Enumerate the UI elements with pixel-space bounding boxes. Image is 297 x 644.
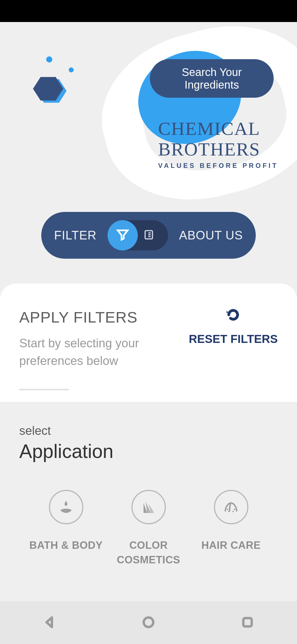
list-document-icon [143,229,154,241]
brand-block: CHEMICAL BROTHERS VALUES BEFORE PROFIT [158,118,278,170]
search-ingredients-button[interactable]: Search Your Ingredients [150,59,274,98]
reset-icon [227,318,240,322]
svg-point-9 [232,511,234,512]
system-nav-bar [0,601,297,644]
brand-name-line2: BROTHERS [158,139,278,160]
filter-funnel-icon [116,228,129,242]
application-grid: BATH & BODY COLOR COSMETICS HAIR CARE [19,490,278,567]
application-option-label: BATH & BODY [25,538,107,553]
apply-filters-title: APPLY FILTERS [19,308,162,326]
logo-dot-icon [69,67,74,72]
application-option-bath-body[interactable]: BATH & BODY [25,490,107,567]
palette-icon [131,490,166,524]
brand-name-line1: CHEMICAL [158,118,278,139]
apply-filters-card: APPLY FILTERS Start by selecting your pr… [0,283,297,402]
application-option-color-cosmetics[interactable]: COLOR COSMETICS [107,490,190,567]
hair-scalp-icon [214,490,248,524]
logo-dot-icon [46,56,52,62]
svg-point-8 [228,511,230,512]
search-ingredients-label: Search Your Ingredients [158,66,265,91]
brand-tagline: VALUES BEFORE PROFIT [158,162,278,170]
svg-point-10 [234,509,235,510]
svg-rect-12 [243,618,252,626]
toggle-track [108,220,168,250]
select-label: select [19,424,278,438]
filter-about-toggle[interactable]: FILTER ABOUT US [41,212,256,259]
svg-point-11 [144,617,153,627]
toggle-knob[interactable] [108,220,138,250]
application-option-hair-care[interactable]: HAIR CARE [190,490,272,567]
divider [19,389,69,390]
apply-filters-description: Start by selecting your preferences belo… [19,334,162,370]
status-bar [0,0,297,22]
recent-apps-icon[interactable] [240,615,255,631]
back-icon[interactable] [42,615,57,631]
hand-drop-icon [49,490,83,524]
svg-point-7 [227,509,228,510]
application-option-label: COLOR COSMETICS [107,538,190,567]
brand-logo [33,54,72,103]
reset-filters-button[interactable]: RESET FILTERS [189,308,278,348]
application-option-label: HAIR CARE [190,538,272,553]
about-mode-label: ABOUT US [179,228,243,242]
application-title: Application [19,440,278,462]
filter-mode-label: FILTER [54,228,97,242]
header-area: Search Your Ingredients CHEMICAL BROTHER… [0,22,297,212]
home-icon[interactable] [141,615,156,631]
reset-filters-label: RESET FILTERS [189,331,278,348]
application-panel: select Application BATH & BODY COLOR COS… [0,402,297,584]
